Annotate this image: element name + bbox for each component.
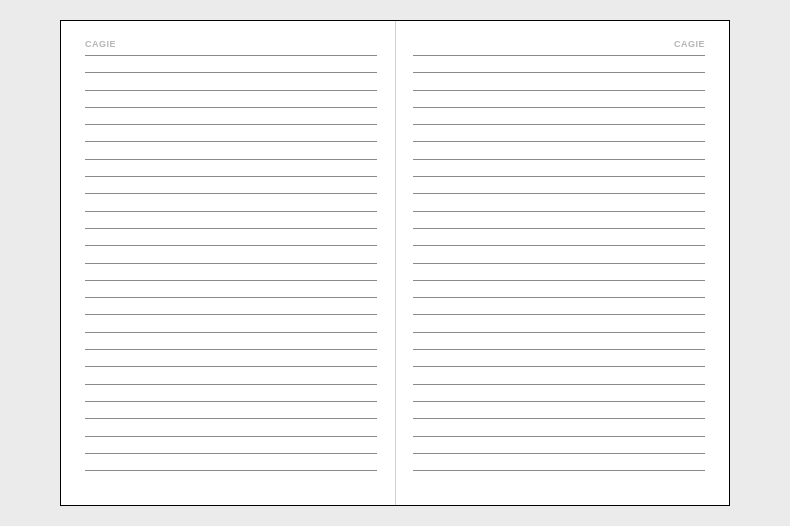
- ruled-line: [85, 402, 377, 419]
- ruled-line: [413, 350, 705, 367]
- ruled-line: [413, 246, 705, 263]
- notebook-spread: CAGIE CAGIE: [60, 20, 730, 506]
- ruled-line: [85, 419, 377, 436]
- ruled-line: [85, 125, 377, 142]
- ruled-line: [413, 385, 705, 402]
- ruled-line: [85, 108, 377, 125]
- ruled-line: [85, 350, 377, 367]
- ruled-line: [413, 298, 705, 315]
- ruled-line: [413, 437, 705, 454]
- ruled-line: [413, 367, 705, 384]
- ruled-line: [85, 281, 377, 298]
- ruled-line: [85, 454, 377, 471]
- ruled-line: [85, 264, 377, 281]
- right-page: CAGIE: [395, 21, 729, 505]
- brand-label-left: CAGIE: [85, 39, 377, 53]
- ruled-line: [85, 160, 377, 177]
- ruled-line: [413, 281, 705, 298]
- ruled-line: [85, 212, 377, 229]
- ruled-line: [413, 177, 705, 194]
- ruled-line: [413, 125, 705, 142]
- ruled-line: [85, 367, 377, 384]
- ruled-line: [85, 437, 377, 454]
- ruled-lines-left: [85, 55, 377, 471]
- ruled-line: [85, 385, 377, 402]
- ruled-line: [413, 108, 705, 125]
- left-page: CAGIE: [61, 21, 395, 505]
- ruled-line: [413, 194, 705, 211]
- ruled-line: [413, 315, 705, 332]
- ruled-line: [85, 91, 377, 108]
- ruled-line: [85, 194, 377, 211]
- ruled-line: [413, 264, 705, 281]
- ruled-line: [85, 229, 377, 246]
- ruled-line: [85, 73, 377, 90]
- ruled-line: [413, 454, 705, 471]
- ruled-line: [413, 160, 705, 177]
- brand-label-right: CAGIE: [413, 39, 705, 53]
- ruled-line: [413, 229, 705, 246]
- ruled-line: [85, 56, 377, 73]
- ruled-line: [85, 298, 377, 315]
- ruled-line: [413, 91, 705, 108]
- ruled-line: [85, 333, 377, 350]
- ruled-line: [413, 56, 705, 73]
- ruled-lines-right: [413, 55, 705, 471]
- ruled-line: [413, 142, 705, 159]
- ruled-line: [413, 212, 705, 229]
- ruled-line: [85, 315, 377, 332]
- ruled-line: [413, 402, 705, 419]
- ruled-line: [85, 177, 377, 194]
- ruled-line: [85, 246, 377, 263]
- ruled-line: [413, 73, 705, 90]
- ruled-line: [85, 142, 377, 159]
- ruled-line: [413, 333, 705, 350]
- ruled-line: [413, 419, 705, 436]
